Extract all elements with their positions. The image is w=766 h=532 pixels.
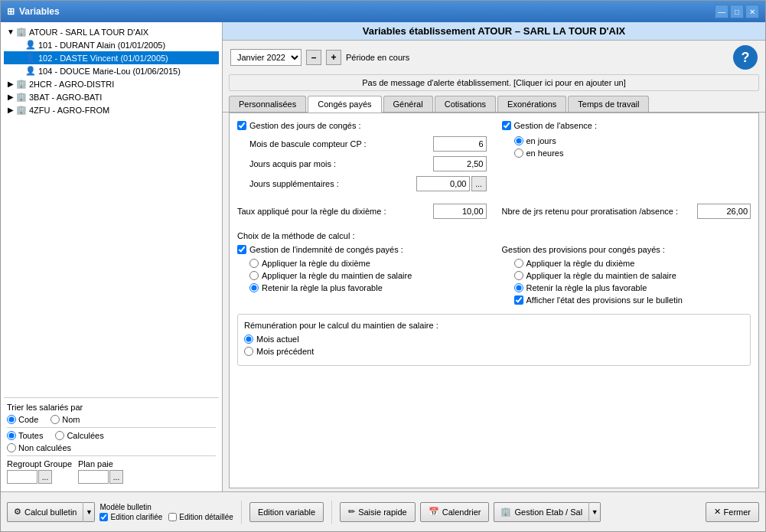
- gestion-absence-input[interactable]: [502, 121, 511, 130]
- gestion-jours-checkbox[interactable]: Gestion des jours de congés :: [237, 121, 487, 130]
- gestion-jours-label: Gestion des jours de congés :: [249, 121, 361, 130]
- filter-calculees-radio[interactable]: Calculées: [55, 431, 103, 440]
- tree-item-102[interactable]: 👤 102 - DASTE Vincent (01/01/2005): [4, 51, 219, 64]
- edition-detaillee-label: Edition détaillée: [179, 513, 233, 521]
- jours-acquis-label: Jours acquis par mois :: [249, 159, 433, 168]
- tab-general[interactable]: Général: [383, 96, 433, 112]
- taux-input[interactable]: [433, 204, 487, 219]
- col-nbre: Nbre de jrs retenu pour proratisation /a…: [502, 204, 751, 224]
- period-row: Janvier 2022 – + Période en cours ?: [223, 41, 765, 74]
- regroupement-dots-btn[interactable]: ...: [38, 470, 52, 484]
- retenir-favorable-radio[interactable]: Retenir la règle la plus favorable: [249, 283, 487, 292]
- prov-afficher-input[interactable]: [514, 295, 523, 305]
- taux-row-inner: Taux appliqué pour la règle du dixième :: [237, 204, 487, 219]
- gestion-etab-btn[interactable]: 🏢 Gestion Etab / Sal: [494, 502, 588, 522]
- tab-cotisations[interactable]: Cotisations: [435, 96, 496, 112]
- close-button[interactable]: ✕: [745, 5, 759, 18]
- right-panel: Variables établissement ATOUR – SARL LA …: [223, 22, 765, 491]
- top-row: Gestion des jours de congés : Mois de ba…: [237, 121, 751, 196]
- folder-icon-atour: 🏢: [16, 27, 27, 37]
- fermer-btn[interactable]: ✕ Fermer: [706, 502, 759, 522]
- edition-detaillee-check[interactable]: Edition détaillée: [168, 513, 233, 521]
- mois-bascule-input[interactable]: [433, 136, 487, 152]
- sort-code-radio[interactable]: Code: [7, 415, 38, 424]
- tab-temps[interactable]: Temps de travail: [568, 96, 649, 112]
- plan-inputs: ...: [78, 470, 123, 484]
- jours-sup-label: Jours supplémentaires :: [249, 179, 416, 188]
- sort-nom-radio[interactable]: Nom: [51, 415, 80, 424]
- gestion-indemnite-checkbox[interactable]: Gestion de l'indemnité de congés payés :: [237, 245, 487, 254]
- plan-input[interactable]: [78, 470, 109, 484]
- expand-icon-2hcr[interactable]: ▶: [5, 80, 16, 88]
- retenir-favorable-label: Retenir la règle la plus favorable: [262, 283, 383, 292]
- tree-item-atour[interactable]: ▼ 🏢 ATOUR - SARL LA TOUR D'AIX: [4, 25, 219, 38]
- tree-item-3bat[interactable]: ▶ 🏢 3BAT - AGRO-BATI: [4, 90, 219, 103]
- expand-icon-3bat[interactable]: ▶: [5, 93, 16, 101]
- expand-icon-atour[interactable]: ▼: [5, 28, 16, 36]
- tree-label-4zfu: 4ZFU - AGRO-FROM: [29, 106, 109, 115]
- filter-radio-row: Toutes Calculées: [7, 431, 216, 440]
- nbre-input[interactable]: [697, 204, 751, 219]
- prov-afficher-checkbox[interactable]: Afficher l'état des provisions sur le bu…: [514, 295, 751, 305]
- gestion-absence-checkbox[interactable]: Gestion de l'absence :: [502, 121, 751, 130]
- help-button[interactable]: ?: [733, 45, 758, 70]
- period-select[interactable]: Janvier 2022: [230, 49, 302, 66]
- tree-label-102: 102 - DASTE Vincent (01/01/2005): [38, 54, 168, 63]
- filter-non-calculees-radio[interactable]: Non calculées: [7, 443, 71, 452]
- edition-clarifiee-check[interactable]: Edition clarifiée: [99, 513, 162, 521]
- period-plus-btn[interactable]: +: [326, 50, 341, 65]
- tree-item-104[interactable]: 👤 104 - DOUCE Marie-Lou (01/06/2015): [4, 64, 219, 77]
- gestion-dropdown-arrow[interactable]: ▼: [588, 502, 601, 522]
- calendrier-btn[interactable]: 📅 Calendrier: [420, 502, 490, 522]
- plan-dots-btn[interactable]: ...: [109, 470, 123, 484]
- tab-exonerations[interactable]: Exonérations: [497, 96, 566, 112]
- expand-icon-4zfu[interactable]: ▶: [5, 106, 16, 114]
- gestion-indemnite-input[interactable]: [237, 245, 246, 254]
- jours-acquis-input[interactable]: [433, 156, 487, 171]
- mois-actuel-label: Mois actuel: [256, 335, 299, 344]
- appliquer-maintien-radio[interactable]: Appliquer la règle du maintien de salair…: [249, 271, 487, 280]
- tree-label-2hcr: 2HCR - AGRO-DISTRI: [29, 80, 114, 89]
- tab-conges[interactable]: Congés payés: [308, 96, 381, 113]
- prov-retenir-favorable-radio[interactable]: Retenir la règle la plus favorable: [514, 283, 751, 292]
- tab-personnalisees[interactable]: Personnalisées: [229, 96, 306, 112]
- jours-sup-input[interactable]: [416, 176, 470, 191]
- maximize-button[interactable]: □: [730, 5, 744, 18]
- gestion-etab-label: Gestion Etab / Sal: [514, 508, 582, 517]
- jours-acquis-row: Jours acquis par mois :: [237, 156, 487, 171]
- en-jours-label: en jours: [526, 136, 556, 145]
- calcul-bulletin-btn[interactable]: ⚙ Calcul bulletin: [7, 502, 83, 522]
- edition-variable-btn[interactable]: Edition variable: [249, 502, 324, 522]
- prov-appliquer-maintien-radio[interactable]: Appliquer la règle du maintien de salair…: [514, 271, 751, 280]
- col-provisions: Gestion des provisions pour congés payés…: [502, 245, 751, 305]
- regroupement-input[interactable]: [7, 470, 37, 484]
- sort-code-label: Code: [18, 415, 38, 424]
- calcul-icon: ⚙: [14, 507, 21, 517]
- mois-bascule-label: Mois de bascule compteur CP :: [249, 139, 433, 149]
- remuneration-section: Rémunération pour le calcul du maintien …: [237, 314, 751, 366]
- alert-bar[interactable]: Pas de message d'alerte établissement. […: [229, 74, 759, 91]
- gestion-jours-input[interactable]: [237, 121, 246, 130]
- en-heures-radio[interactable]: en heures: [514, 149, 751, 158]
- calcul-dropdown-arrow[interactable]: ▼: [83, 502, 95, 522]
- tree-item-101[interactable]: 👤 101 - DURANT Alain (01/01/2005): [4, 38, 219, 51]
- prov-appliquer-dixieme-radio[interactable]: Appliquer la règle du dixième: [514, 259, 751, 268]
- tree-item-4zfu[interactable]: ▶ 🏢 4ZFU - AGRO-FROM: [4, 103, 219, 116]
- saisie-rapide-label: Saisie rapide: [358, 508, 407, 517]
- fermer-label: Fermer: [724, 508, 751, 517]
- mois-precedent-radio[interactable]: Mois précédent: [244, 347, 744, 356]
- calcul-bulletin-split: ⚙ Calcul bulletin ▼: [7, 502, 95, 522]
- en-jours-radio[interactable]: en jours: [514, 136, 751, 145]
- minimize-button[interactable]: —: [715, 5, 729, 18]
- window-icon: ⊞: [7, 6, 15, 17]
- mois-actuel-radio[interactable]: Mois actuel: [244, 335, 744, 344]
- appliquer-dixieme-radio[interactable]: Appliquer la règle du dixième: [249, 259, 487, 268]
- saisie-rapide-btn[interactable]: ✏ Saisie rapide: [340, 502, 416, 522]
- period-minus-btn[interactable]: –: [306, 50, 321, 65]
- separator2: [7, 455, 216, 456]
- jours-sup-dots[interactable]: ...: [471, 176, 487, 191]
- window-body: ▼ 🏢 ATOUR - SARL LA TOUR D'AIX 👤 101 - D…: [1, 22, 765, 491]
- period-status: Période en cours: [346, 53, 409, 62]
- filter-toutes-radio[interactable]: Toutes: [7, 431, 43, 440]
- tree-item-2hcr[interactable]: ▶ 🏢 2HCR - AGRO-DISTRI: [4, 77, 219, 90]
